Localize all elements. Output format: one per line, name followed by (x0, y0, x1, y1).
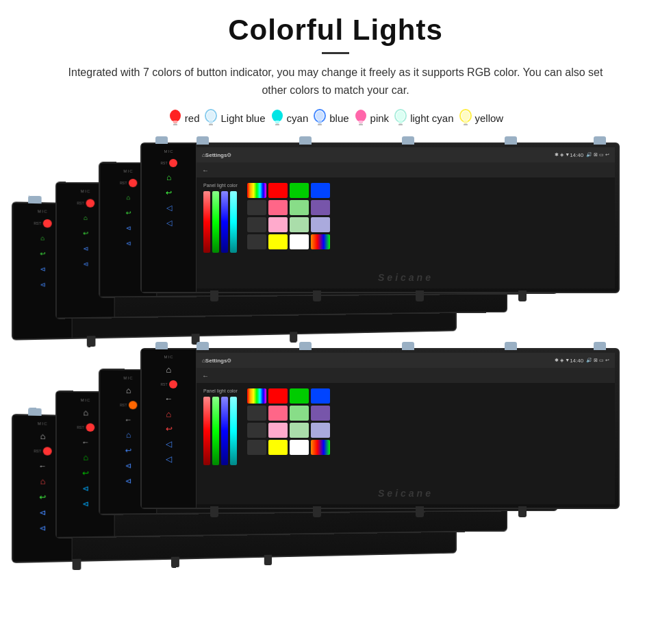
cell-ltgreen-bot[interactable] (290, 406, 309, 421)
home-main-bot[interactable]: ⌂ (164, 409, 174, 419)
arrow-btn-bot2[interactable]: ← (123, 415, 134, 425)
back-button[interactable]: ↩ (164, 188, 174, 197)
nav-main-bot-1[interactable]: ◁ (164, 439, 174, 449)
nav-button-1[interactable]: ⊲ (38, 264, 48, 274)
home-icon-main-bot[interactable]: ⌂ (166, 364, 172, 375)
mount-tab-bottom (518, 290, 527, 301)
color-cell-purple[interactable] (311, 200, 330, 215)
back-nav-icon-bot[interactable]: ← (202, 372, 209, 380)
cell-pink-bot[interactable] (268, 406, 288, 421)
back-btn-bot2[interactable]: ↩ (123, 445, 134, 455)
cell-multi-bot[interactable] (311, 440, 330, 455)
nav-button-2[interactable]: ◁ (164, 218, 174, 227)
nav-btn-bot2-2[interactable]: ⊲ (123, 476, 134, 486)
color-grid[interactable] (247, 183, 330, 249)
nav-btn-bot1-1[interactable]: ⊲ (81, 484, 91, 493)
power-button[interactable] (169, 159, 177, 167)
power-btn-bot2[interactable] (128, 401, 136, 409)
home-btn-bot1[interactable]: ⌂ (81, 453, 91, 462)
color-bar-red (203, 191, 210, 253)
nav-button-2[interactable]: ⊲ (81, 259, 91, 269)
arrow-main-bot[interactable]: ← (164, 394, 174, 404)
cell-ltpink-bot[interactable] (268, 423, 288, 438)
home-button[interactable]: ⌂ (164, 173, 174, 182)
nav-btn-bot-2[interactable]: ⊲ (38, 523, 48, 534)
color-cell-dark[interactable] (247, 200, 266, 215)
nav-button-1[interactable]: ⊲ (123, 223, 134, 233)
back-button[interactable]: ↩ (81, 228, 91, 238)
back-button[interactable]: ↩ (123, 208, 134, 218)
power-btn-bot1[interactable] (86, 423, 94, 432)
back-btn-bot1[interactable]: ↩ (81, 468, 91, 478)
bottom-row-devices: MIC ⌂ RST ← ⌂ ↩ ⊲ ⊲ MIC ⌂ (21, 348, 650, 550)
power-button[interactable] (86, 199, 94, 208)
color-cell-ltgreen2[interactable] (290, 217, 309, 232)
color-cell-ltpink[interactable] (268, 217, 288, 232)
color-cell-multi[interactable] (311, 234, 330, 249)
cell-white-bot[interactable] (290, 440, 309, 455)
cell-dark3-bot[interactable] (247, 440, 266, 455)
color-grid-bot[interactable] (247, 388, 330, 455)
back-main-bot[interactable]: ↩ (164, 424, 174, 434)
color-item-pink: pink (353, 108, 390, 127)
back-btn-bot[interactable]: ↩ (38, 492, 48, 501)
mount-tab-bottom (73, 559, 81, 571)
nav-btn-bot-1[interactable]: ⊲ (38, 508, 48, 518)
nav-button-1[interactable]: ⊲ (81, 244, 91, 253)
power-button[interactable] (128, 179, 136, 187)
color-cell-pink[interactable] (268, 200, 288, 215)
home-icon-bot2[interactable]: ⌂ (126, 386, 131, 395)
cyan-bulb-icon (270, 108, 285, 127)
arrow-btn-bot1[interactable]: ← (81, 437, 91, 447)
cell-blue-bot[interactable] (311, 388, 330, 404)
color-label-pink: pink (370, 112, 390, 124)
color-cell-yellow[interactable] (268, 234, 288, 249)
nav-button-2[interactable]: ⊲ (38, 280, 48, 290)
cell-red-bot[interactable] (268, 388, 288, 404)
cell-dark2-bot[interactable] (247, 423, 266, 438)
color-cell-dark3[interactable] (247, 234, 266, 249)
settings-title: Settings (205, 152, 227, 158)
color-cell-blue[interactable] (311, 183, 330, 198)
title-section: Colorful Lights Integrated with 7 colors… (21, 14, 650, 99)
cell-dark-bot[interactable] (247, 406, 266, 421)
back-nav-icon[interactable]: ← (202, 166, 209, 174)
color-cell-red[interactable] (268, 183, 288, 198)
power-btn-bot[interactable] (42, 447, 51, 455)
cell-ltgreen2-bot[interactable] (290, 423, 309, 438)
color-cell-ltgreen[interactable] (290, 200, 309, 215)
power-btn-main-bot[interactable] (169, 380, 177, 388)
home-btn-bot[interactable]: ⌂ (38, 477, 48, 486)
arrow-btn-bot[interactable]: ← (38, 461, 48, 471)
color-cell-green[interactable] (290, 183, 309, 198)
color-cell-white[interactable] (290, 234, 309, 249)
home-button[interactable]: ⌂ (81, 213, 91, 223)
status-icons-bot: ✱ ◈ ▼ (555, 358, 570, 363)
nav-button-2[interactable]: ⊲ (123, 238, 134, 248)
color-item-lightcyan: light cyan (393, 108, 453, 127)
back-button[interactable]: ↩ (38, 249, 48, 258)
color-label-cyan: cyan (287, 112, 309, 124)
nav-button-1[interactable]: ◁ (164, 203, 174, 212)
color-spectrum[interactable] (247, 183, 266, 198)
color-label-lightcyan: light cyan (410, 112, 453, 124)
home-button[interactable]: ⌂ (123, 193, 134, 202)
cell-yellow-bot[interactable] (268, 440, 288, 455)
nav-btn-bot2-1[interactable]: ⊲ (123, 461, 134, 471)
cell-ltblue-bot[interactable] (311, 423, 330, 438)
cell-purple-bot[interactable] (311, 406, 330, 421)
color-cell-ltblue[interactable] (311, 217, 330, 232)
home-button[interactable]: ⌂ (38, 234, 48, 244)
home-icon-bot[interactable]: ⌂ (40, 432, 45, 442)
nav-main-bot-2[interactable]: ◁ (164, 454, 174, 464)
spectrum-bot[interactable] (247, 388, 266, 404)
nav-btn-bot1-2[interactable]: ⊲ (81, 499, 91, 508)
color-item-lightblue: Light blue (203, 108, 265, 127)
home-icon-bot1[interactable]: ⌂ (83, 408, 88, 417)
power-button[interactable] (42, 219, 51, 228)
main-device-screen-bottom: ⌂ Settings ⚙ ✱ ◈ ▼ 14:40 🔊 ⊠ ▭ ↩ ← (197, 353, 615, 504)
cell-green-bot[interactable] (290, 388, 309, 404)
color-cell-dark2[interactable] (247, 217, 266, 232)
home-btn-bot2[interactable]: ⌂ (123, 430, 134, 440)
screen-body-bottom: Panel light color (197, 383, 615, 471)
